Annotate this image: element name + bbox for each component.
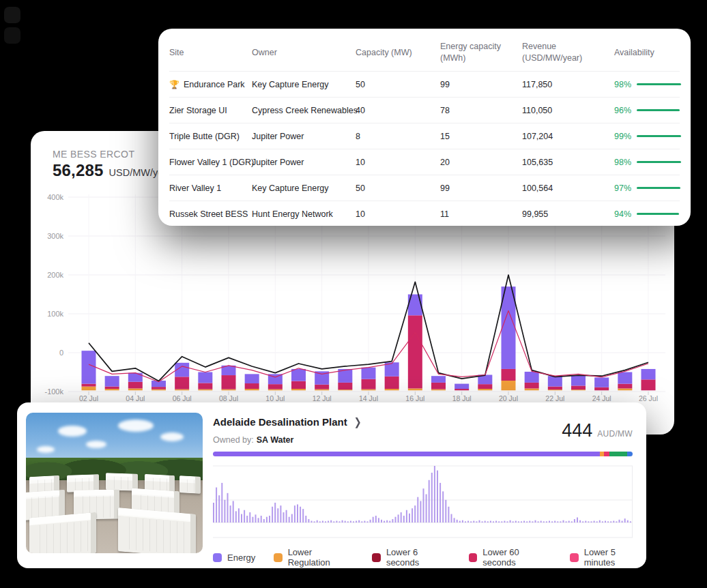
owner-name: SA Water — [257, 435, 294, 445]
legend-item[interactable]: Lower 60 seconds — [469, 547, 551, 568]
capacity-cell: 50 — [356, 183, 440, 193]
energy-capacity-cell: 11 — [440, 209, 522, 219]
availability-percent: 96% — [614, 106, 631, 115]
energy-capacity-cell: 20 — [440, 158, 522, 167]
legend-label: Energy — [227, 553, 255, 563]
owner-cell: Jupiter Power — [252, 132, 356, 141]
legend-label: Lower Regulation — [288, 547, 354, 568]
dispatch-chart-svg — [213, 462, 633, 539]
table-row[interactable]: River Valley 1Key Capture Energy5099100,… — [169, 175, 680, 201]
site-cell: Zier Storage UI — [169, 106, 252, 115]
site-cell: Triple Butte (DGR) — [169, 132, 252, 141]
x-axis-label: 08 Jul — [214, 394, 244, 402]
capacity-cell: 50 — [356, 80, 440, 89]
availability-cell: 94% — [614, 209, 684, 219]
x-axis-label: 24 Jul — [587, 394, 617, 402]
dispatch-mini-chart[interactable] — [213, 462, 633, 539]
x-axis-label: 14 Jul — [354, 394, 384, 402]
revenue-value: 56,285 — [53, 161, 104, 180]
x-axis-label: 26 Jul — [633, 394, 663, 402]
column-header[interactable]: Revenue(USD/MW/year) — [522, 41, 614, 64]
availability-cell: 98% — [614, 80, 687, 89]
legend-item[interactable]: Lower 5 minutes — [570, 547, 646, 568]
app-tile-icon — [4, 7, 20, 23]
table-row[interactable]: Russek Street BESSHunt Energy Network101… — [169, 201, 680, 226]
availability-cell: 96% — [614, 106, 685, 115]
asset-table: SiteOwnerCapacity (MW)Energy capacity(MW… — [169, 29, 680, 226]
availability-percent: 98% — [614, 158, 631, 167]
energy-capacity-cell: 99 — [440, 183, 522, 193]
revenue-cell: 110,050 — [522, 106, 614, 115]
legend-item[interactable]: Lower Regulation — [274, 547, 354, 568]
energy-capacity-cell: 78 — [440, 106, 522, 115]
availability-cell: 97% — [614, 183, 686, 193]
chart-value-row: 56,285 USD/MW/year — [53, 161, 172, 180]
site-cell: River Valley 1 — [169, 183, 252, 193]
availability-line — [637, 135, 681, 137]
availability-cell: 98% — [614, 158, 687, 167]
availability-percent: 99% — [614, 132, 631, 141]
availability-line — [637, 83, 681, 85]
table-row[interactable]: Triple Butte (DGR)Jupiter Power815107,20… — [169, 123, 680, 149]
y-axis-label: 300k — [40, 232, 63, 240]
legend-item[interactable]: Energy — [213, 553, 255, 563]
owner-cell: Hunt Energy Network — [252, 209, 356, 219]
availability-percent: 98% — [614, 80, 631, 89]
capacity-cell: 40 — [356, 106, 440, 115]
y-axis-label: -100k — [40, 387, 63, 396]
revenue-cell: 107,204 — [522, 132, 614, 141]
availability-line — [637, 109, 680, 111]
x-axis-label: 22 Jul — [540, 394, 570, 402]
revenue-cell: 117,850 — [522, 80, 614, 89]
service-legend: EnergyLower RegulationLower 6 secondsLow… — [213, 547, 646, 568]
column-header[interactable]: Availability — [614, 47, 680, 59]
energy-capacity-cell: 99 — [440, 80, 522, 89]
capacity-cell: 10 — [356, 209, 440, 219]
mix-segment-energy — [213, 452, 600, 456]
x-axis-label: 06 Jul — [167, 394, 197, 402]
chart-title: ME BESS ERCOT — [53, 149, 134, 160]
column-header[interactable]: Energy capacity(MWh) — [440, 41, 522, 64]
mix-segment-blue-tip — [627, 452, 633, 456]
availability-line — [637, 161, 681, 163]
legend-swatch-icon — [274, 553, 282, 562]
column-header[interactable]: Capacity (MW) — [356, 47, 440, 59]
legend-item[interactable]: Lower 6 seconds — [372, 547, 450, 568]
x-axis-label: 18 Jul — [447, 394, 477, 402]
legend-swatch-icon — [213, 553, 222, 562]
table-row[interactable]: Flower Valley 1 (DGR)Jupiter Power102010… — [169, 149, 680, 175]
availability-cell: 99% — [614, 132, 687, 141]
y-axis-label: 100k — [40, 310, 63, 318]
price-value: 444 — [562, 420, 592, 441]
owned-by-row: Owned by:SA Water — [213, 435, 293, 445]
owner-cell: Key Capture Energy — [252, 80, 356, 89]
column-header[interactable]: Owner — [252, 47, 356, 59]
x-axis-label: 12 Jul — [307, 394, 337, 402]
availability-percent: 94% — [614, 209, 631, 219]
mix-segment-availability-green — [609, 452, 627, 456]
column-header[interactable]: Site — [169, 47, 252, 59]
revenue-cell: 99,955 — [522, 209, 614, 219]
leaderboard-card: SiteOwnerCapacity (MW)Energy capacity(MW… — [158, 29, 691, 226]
owner-cell: Cypress Creek Renewables — [252, 106, 356, 115]
mix-segment-lower-60-seconds — [604, 452, 609, 456]
revenue-mix-bar — [213, 452, 633, 456]
capacity-cell: 8 — [356, 132, 440, 141]
energy-capacity-cell: 15 — [440, 132, 522, 141]
site-title-link[interactable]: Adelaide Desalination Plant ❯ — [213, 416, 362, 428]
x-axis-label: 02 Jul — [74, 394, 104, 402]
marketing-composite: { "colors": { "background": "#000000", "… — [0, 0, 707, 588]
availability-line — [637, 187, 680, 189]
legend-label: Lower 60 seconds — [482, 547, 551, 568]
table-row[interactable]: 🏆Endurance ParkKey Capture Energy5099117… — [169, 71, 680, 97]
y-axis-label: 400k — [40, 193, 63, 201]
y-axis-label: 0 — [40, 349, 63, 357]
x-axis-label: 04 Jul — [120, 394, 150, 402]
capacity-cell: 10 — [356, 158, 440, 167]
site-cell: Flower Valley 1 (DGR) — [169, 158, 252, 167]
app-tile-icon — [4, 27, 20, 44]
owner-cell: Key Capture Energy — [252, 183, 356, 193]
site-title: Adelaide Desalination Plant — [213, 416, 347, 428]
table-row[interactable]: Zier Storage UICypress Creek Renewables4… — [169, 97, 680, 123]
legend-swatch-icon — [570, 553, 578, 562]
